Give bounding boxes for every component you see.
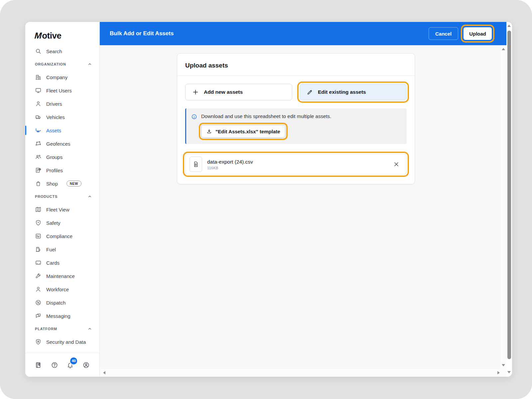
sidebar-item-fuel[interactable]: Fuel xyxy=(25,243,99,256)
account-icon[interactable] xyxy=(82,361,90,369)
file-name: data-export (24).csv xyxy=(207,159,253,165)
info-callout: Download and use this spreadsheet to edi… xyxy=(185,108,407,144)
trailer-icon xyxy=(35,127,42,134)
scroll-up-arrow[interactable] xyxy=(502,48,505,50)
scroll-right-arrow[interactable] xyxy=(497,371,500,374)
person-icon xyxy=(35,100,42,107)
group-icon xyxy=(35,154,42,160)
sidebar-item-dispatch[interactable]: Dispatch xyxy=(25,296,99,309)
logo-m: M xyxy=(33,31,43,41)
bell-icon[interactable]: 40 xyxy=(66,361,74,369)
file-size: 116KB xyxy=(207,166,253,170)
sidebar-item-fleet-view[interactable]: Fleet View xyxy=(25,203,99,216)
sidebar-item-fleet-users[interactable]: Fleet Users xyxy=(25,84,99,97)
wrench-icon xyxy=(35,273,42,279)
profile-gear-icon xyxy=(35,167,42,174)
content-vertical-scrollbar xyxy=(500,45,506,369)
geofence-icon xyxy=(35,140,42,147)
app-window: Motive Search ORGANIZATION Company Fleet… xyxy=(25,22,512,377)
scroll-down-arrow[interactable] xyxy=(502,364,505,366)
map-icon xyxy=(35,206,42,213)
sidebar-item-compliance[interactable]: Compliance xyxy=(25,229,99,243)
content-horizontal-scrollbar xyxy=(100,369,506,377)
upload-button[interactable]: Upload xyxy=(464,27,492,40)
search-icon xyxy=(35,48,42,55)
main-content: Upload assets Add new assets Edit existi… xyxy=(100,45,500,369)
sidebar-item-company[interactable]: Company xyxy=(25,70,99,84)
building-icon xyxy=(35,74,42,80)
download-icon xyxy=(206,128,212,134)
notification-badge: 40 xyxy=(69,357,78,365)
edit-existing-assets-button[interactable]: Edit existing assets xyxy=(300,84,407,100)
chevron-up-icon xyxy=(87,194,92,199)
sidebar: Motive Search ORGANIZATION Company Fleet… xyxy=(25,22,100,377)
sidebar-item-assets[interactable]: Assets xyxy=(25,124,99,137)
add-new-assets-button[interactable]: Add new assets xyxy=(185,84,292,100)
help-icon[interactable] xyxy=(51,361,58,369)
logo-rest: otive xyxy=(42,31,61,41)
sidebar-item-search[interactable]: Search xyxy=(25,45,99,58)
shield-icon xyxy=(35,219,42,226)
cancel-button[interactable]: Cancel xyxy=(429,27,458,40)
sidebar-section-organization[interactable]: ORGANIZATION xyxy=(25,58,99,70)
plus-icon xyxy=(192,89,199,95)
document-icon xyxy=(190,157,202,172)
remove-file-button[interactable] xyxy=(393,161,400,168)
sidebar-section-platform[interactable]: PLATFORM xyxy=(25,323,99,335)
info-text: Download and use this spreadsheet to edi… xyxy=(201,113,331,119)
scroll-left-arrow[interactable] xyxy=(103,371,105,374)
sidebar-item-messaging[interactable]: Messaging xyxy=(25,309,99,323)
desktop-background: Motive Search ORGANIZATION Company Fleet… xyxy=(0,0,532,399)
sidebar-item-profiles[interactable]: Profiles xyxy=(25,164,99,177)
motive-logo: Motive xyxy=(25,22,99,44)
download-template-button[interactable]: "Edit Assets.xlsx" template xyxy=(201,125,285,138)
page-title: Bulk Add or Edit Assets xyxy=(110,30,174,37)
scroll-down-arrow[interactable] xyxy=(507,371,511,373)
sidebar-item-cards[interactable]: Cards xyxy=(25,256,99,269)
info-icon xyxy=(191,114,197,120)
upload-assets-card: Upload assets Add new assets Edit existi… xyxy=(177,53,415,184)
scroll-up-arrow[interactable] xyxy=(507,25,511,27)
sidebar-item-maintenance[interactable]: Maintenance xyxy=(25,269,99,283)
sidebar-item-safety[interactable]: Safety xyxy=(25,216,99,229)
sidebar-footer: 40 xyxy=(25,353,99,377)
truck-icon xyxy=(35,114,42,120)
chat-icon xyxy=(35,313,42,319)
compass-icon xyxy=(35,299,42,306)
shopping-bag-icon xyxy=(35,180,42,187)
chevron-up-icon xyxy=(87,62,92,66)
sidebar-item-shop[interactable]: Shop NEW xyxy=(25,177,99,190)
sidebar-item-security-and-data[interactable]: Security and Data xyxy=(25,335,99,348)
pencil-icon xyxy=(307,89,313,95)
sidebar-item-vehicles[interactable]: Vehicles xyxy=(25,110,99,124)
sidebar-item-geofences[interactable]: Geofences xyxy=(25,137,99,150)
sidebar-item-groups[interactable]: Groups xyxy=(25,150,99,164)
card-title: Upload assets xyxy=(177,54,415,76)
person-icon xyxy=(35,286,42,293)
close-icon xyxy=(393,161,400,168)
uploaded-file-row: data-export (24).csv 116KB xyxy=(185,154,407,175)
chevron-up-icon xyxy=(87,327,92,331)
shield-lock-icon xyxy=(35,338,42,345)
page-header: Bulk Add or Edit Assets Cancel Upload xyxy=(100,22,506,45)
window-vertical-scrollbar xyxy=(506,22,512,377)
credit-card-icon xyxy=(35,259,42,266)
sidebar-item-drivers[interactable]: Drivers xyxy=(25,97,99,110)
sidebar-section-products[interactable]: PRODUCTS xyxy=(25,190,99,203)
scrollbar-thumb[interactable] xyxy=(507,31,511,359)
sidebar-item-workforce[interactable]: Workforce xyxy=(25,283,99,296)
logbook-icon[interactable] xyxy=(35,361,42,369)
chart-icon xyxy=(35,233,42,239)
fuel-pump-icon xyxy=(35,246,42,253)
new-badge: NEW xyxy=(66,181,81,187)
monitor-icon xyxy=(35,87,42,94)
